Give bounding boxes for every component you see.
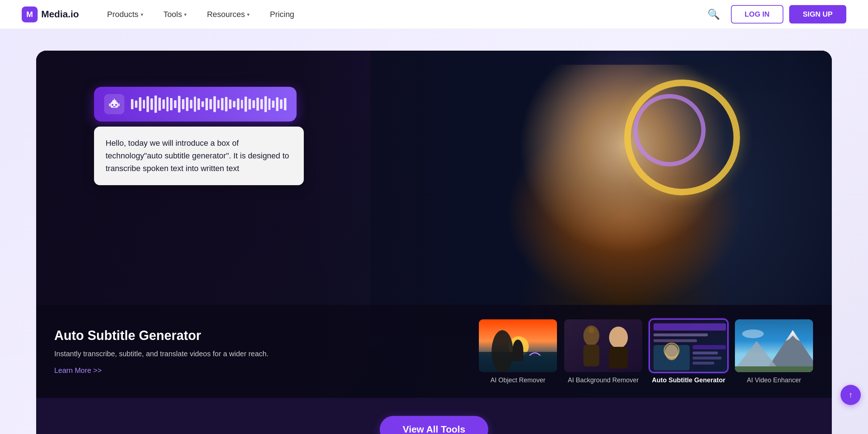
scroll-icon: ↑ xyxy=(849,390,853,400)
nav-item-tools[interactable]: Tools ▾ xyxy=(153,0,197,29)
subtitle-text: Hello, today we will introduce a box of … xyxy=(106,139,289,173)
tool-title: Auto Subtitle Generator xyxy=(54,328,269,343)
thumb-sunset-image xyxy=(479,319,557,372)
svg-point-16 xyxy=(609,327,628,348)
hero-bottom-strip: Auto Subtitle Generator Instantly transc… xyxy=(36,305,832,398)
nav-item-pricing[interactable]: Pricing xyxy=(260,0,304,29)
svg-point-2 xyxy=(112,104,114,106)
resources-chevron-icon: ▾ xyxy=(247,12,250,17)
waveform-box xyxy=(94,87,297,122)
robot-svg xyxy=(108,98,121,111)
waveform-bars xyxy=(131,95,286,113)
svg-rect-29 xyxy=(693,362,714,365)
learn-more-link[interactable]: Learn More >> xyxy=(54,366,102,374)
svg-point-3 xyxy=(115,104,117,106)
svg-rect-7 xyxy=(109,103,111,106)
hero-area: Hello, today we will introduce a box of … xyxy=(36,51,832,398)
subtitle-text-box: Hello, today we will introduce a box of … xyxy=(94,127,304,185)
navbar: M Media.io Products ▾ Tools ▾ Resources … xyxy=(0,0,868,29)
svg-rect-26 xyxy=(693,345,726,349)
main-card: Hello, today we will introduce a box of … xyxy=(36,51,832,434)
nav-item-products[interactable]: Products ▾ xyxy=(97,0,153,29)
svg-rect-4 xyxy=(113,106,116,107)
scroll-button[interactable]: ↑ xyxy=(841,385,861,405)
robot-icon xyxy=(104,94,124,114)
svg-rect-17 xyxy=(609,347,628,369)
svg-point-36 xyxy=(742,329,764,338)
thumb-ai-video-enhancer[interactable]: AI Video Enhancer xyxy=(734,319,814,384)
thumb-img-2 xyxy=(563,319,643,373)
svg-rect-35 xyxy=(735,366,814,373)
logo-icon: M xyxy=(22,7,38,22)
svg-rect-27 xyxy=(693,352,718,354)
nav-auth: LOG IN SIGN UP xyxy=(731,5,846,24)
svg-rect-28 xyxy=(693,357,722,359)
svg-point-12 xyxy=(492,330,513,373)
page-body: Hello, today we will introduce a box of … xyxy=(0,29,868,434)
thumb-label-2: AI Background Remover xyxy=(568,376,639,384)
mountain-svg xyxy=(735,319,814,373)
svg-point-6 xyxy=(114,99,115,100)
thumb-label-3: Auto Subtitle Generator xyxy=(652,376,725,384)
hero-background-image xyxy=(370,51,832,335)
view-all-section: View All Tools xyxy=(36,398,832,434)
thumb-label-4: AI Video Enhancer xyxy=(747,376,801,384)
thumb-auto-subtitle-generator[interactable]: Auto Subtitle Generator xyxy=(649,319,728,384)
svg-rect-22 xyxy=(654,339,697,342)
thumb-img-3 xyxy=(649,319,728,373)
svg-rect-21 xyxy=(654,333,708,336)
view-all-tools-button[interactable]: View All Tools xyxy=(380,416,489,434)
nav-item-resources[interactable]: Resources ▾ xyxy=(197,0,260,29)
search-icon[interactable]: 🔍 xyxy=(707,8,720,20)
products-chevron-icon: ▾ xyxy=(141,12,143,17)
thumb-ai-object-remover[interactable]: AI Object Remover xyxy=(478,319,558,384)
tools-chevron-icon: ▾ xyxy=(184,12,187,17)
login-button[interactable]: LOG IN xyxy=(731,5,783,24)
svg-rect-13 xyxy=(564,319,643,373)
thumb-label-1: AI Object Remover xyxy=(490,376,545,384)
svg-rect-8 xyxy=(118,103,120,106)
people-svg xyxy=(564,319,643,373)
svg-point-18 xyxy=(588,327,594,333)
thumb-active-image xyxy=(650,320,727,372)
thumb-people-image xyxy=(564,319,642,372)
thumb-mountain-image xyxy=(735,319,813,372)
person-image xyxy=(439,65,809,335)
subtitle-gen-svg xyxy=(650,320,728,373)
thumb-img-1 xyxy=(478,319,558,373)
thumbnail-strip: AI Object Remover xyxy=(290,319,814,384)
thumb-ai-background-remover[interactable]: AI Background Remover xyxy=(563,319,643,384)
svg-rect-20 xyxy=(654,323,726,331)
nav-links: Products ▾ Tools ▾ Resources ▾ Pricing xyxy=(97,0,707,29)
logo-text: Media.io xyxy=(41,9,79,20)
sunset-svg xyxy=(479,319,558,373)
tool-info: Auto Subtitle Generator Instantly transc… xyxy=(54,328,269,375)
svg-rect-11 xyxy=(479,352,558,373)
logo[interactable]: M Media.io xyxy=(22,7,79,22)
svg-rect-15 xyxy=(583,345,599,366)
tool-description: Instantly transcribe, subtitle, and tran… xyxy=(54,348,269,359)
signup-button[interactable]: SIGN UP xyxy=(789,5,846,24)
thumb-img-4 xyxy=(734,319,814,373)
